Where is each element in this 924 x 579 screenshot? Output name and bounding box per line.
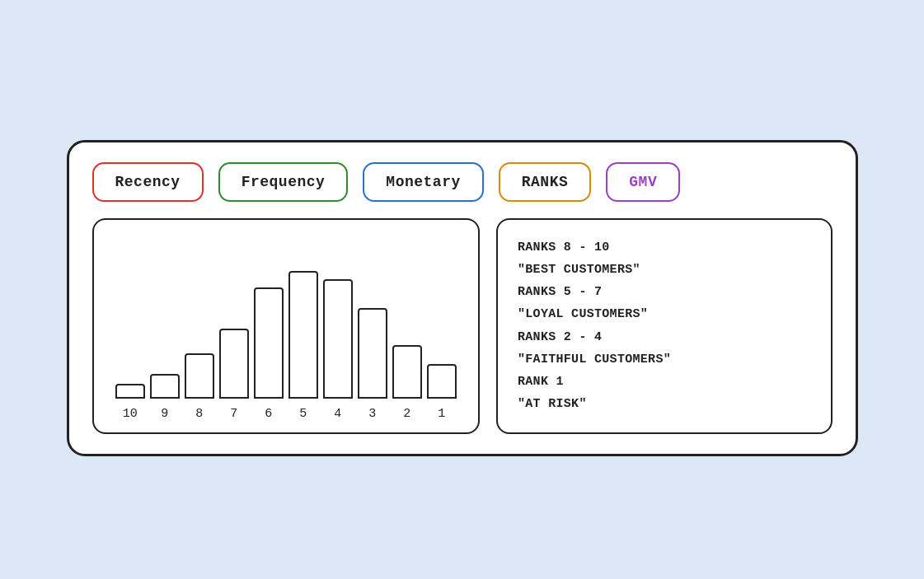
bar (392, 345, 422, 399)
bar-col (115, 384, 145, 399)
tab-frequency[interactable]: Frequency (218, 162, 349, 202)
bar-label: 6 (254, 407, 284, 421)
bar-col (185, 353, 214, 399)
bar-label: 1 (427, 407, 457, 421)
bar-col (254, 287, 284, 399)
bar-col (427, 364, 457, 399)
info-line-3: "LOYAL CUSTOMERS" (518, 305, 811, 324)
tabs-row: RecencyFrequencyMonetaryRANKSGMV (92, 162, 833, 202)
bar-label: 10 (115, 407, 145, 421)
info-line-2: RANKS 5 - 7 (518, 282, 811, 301)
bar (219, 329, 249, 399)
bar-chart (115, 250, 457, 399)
bar-labels: 10987654321 (115, 404, 457, 421)
bar (427, 364, 457, 399)
content-row: 10987654321 RANKS 8 - 10"BEST CUSTOMERS"… (92, 218, 833, 434)
bar-col (219, 329, 249, 399)
info-line-1: "BEST CUSTOMERS" (518, 260, 811, 279)
bar-label: 4 (323, 407, 353, 421)
bar-label: 5 (288, 407, 318, 421)
bar-label: 2 (392, 407, 422, 421)
info-line-6: RANK 1 (518, 372, 811, 391)
bar-col (150, 374, 180, 399)
bar-col (392, 345, 422, 399)
tab-ranks[interactable]: RANKS (499, 162, 592, 202)
outer-card: RecencyFrequencyMonetaryRANKSGMV 1098765… (67, 140, 858, 456)
bar (150, 374, 180, 399)
info-line-7: "AT RISK" (518, 395, 811, 413)
chart-card: 10987654321 (92, 218, 481, 434)
tab-recency[interactable]: Recency (92, 162, 204, 202)
bar (288, 271, 318, 399)
bar-label: 8 (185, 407, 214, 421)
info-line-5: "FAITHFUL CUSTOMERS" (518, 350, 811, 369)
page-wrapper: RecencyFrequencyMonetaryRANKSGMV 1098765… (0, 0, 924, 579)
bar (185, 353, 214, 399)
bar-col (358, 308, 387, 399)
info-line-4: RANKS 2 - 4 (518, 328, 811, 347)
bar-label: 7 (219, 407, 249, 421)
bar-col (323, 279, 353, 399)
bar (115, 384, 145, 399)
info-card: RANKS 8 - 10"BEST CUSTOMERS"RANKS 5 - 7"… (496, 218, 833, 434)
tab-gmv[interactable]: GMV (606, 162, 680, 202)
info-line-0: RANKS 8 - 10 (518, 238, 811, 257)
bar-label: 9 (150, 407, 180, 421)
bar (254, 287, 284, 399)
bar-col (288, 271, 318, 399)
tab-monetary[interactable]: Monetary (363, 162, 483, 202)
bar (323, 279, 353, 399)
bar-label: 3 (358, 407, 387, 421)
bar (358, 308, 387, 399)
